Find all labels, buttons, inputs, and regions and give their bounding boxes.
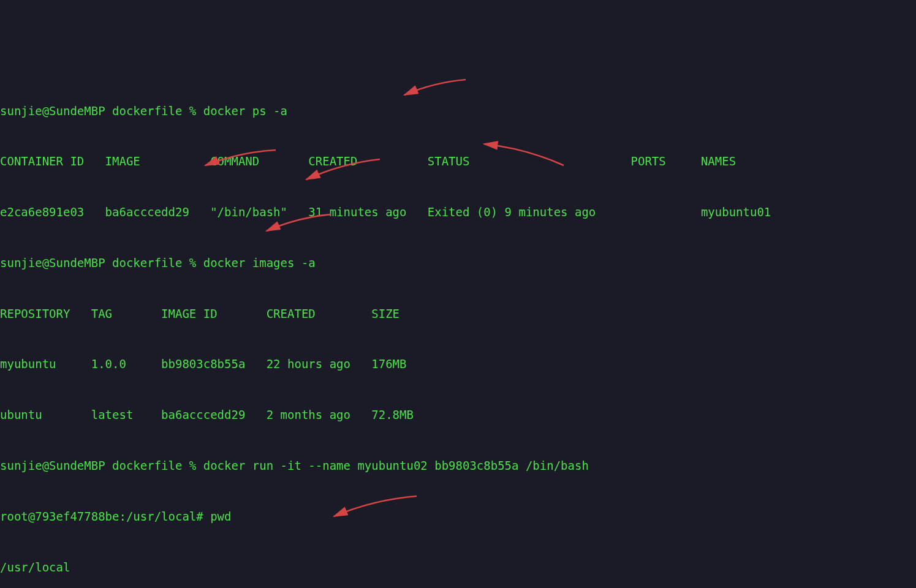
- terminal-line: sunjie@SundeMBP dockerfile % docker run …: [0, 458, 916, 475]
- terminal-line: myubuntu 1.0.0 bb9803c8b55a 22 hours ago…: [0, 356, 916, 373]
- terminal-line: e2ca6e891e03 ba6acccedd29 "/bin/bash" 31…: [0, 204, 916, 221]
- terminal-line: /usr/local: [0, 559, 916, 576]
- terminal-line: root@793ef47788be:/usr/local# pwd: [0, 508, 916, 526]
- terminal-line: REPOSITORY TAG IMAGE ID CREATED SIZE: [0, 306, 916, 323]
- terminal-output: sunjie@SundeMBP dockerfile % docker ps -…: [0, 67, 916, 588]
- terminal-line: CONTAINER ID IMAGE COMMAND CREATED STATU…: [0, 153, 916, 170]
- terminal-line: ubuntu latest ba6acccedd29 2 months ago …: [0, 407, 916, 424]
- terminal-line: sunjie@SundeMBP dockerfile % docker ps -…: [0, 103, 916, 120]
- terminal-line: sunjie@SundeMBP dockerfile % docker imag…: [0, 255, 916, 272]
